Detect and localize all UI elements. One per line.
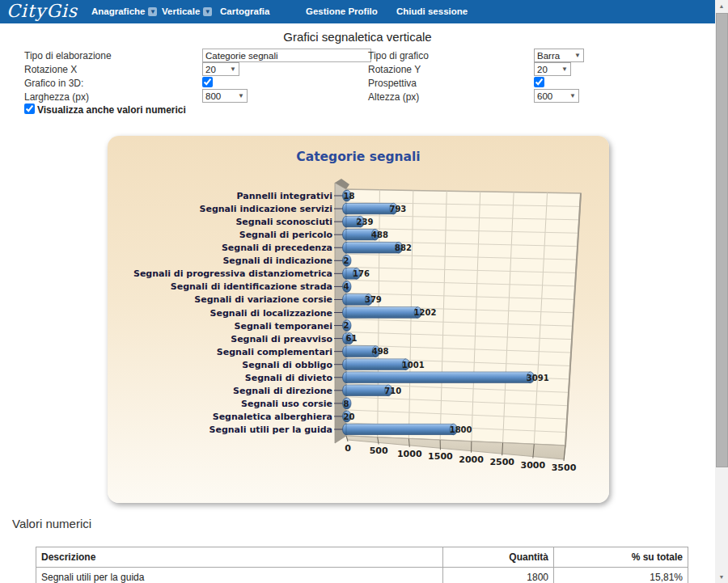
chevron-down-icon: ▼: [203, 7, 212, 16]
svg-text:498: 498: [372, 347, 389, 356]
larghezza-select[interactable]: 800 ▼: [202, 89, 248, 103]
scrollbar-thumb[interactable]: [716, 13, 728, 467]
rotazione-x-label: Rotazione X: [24, 64, 77, 75]
values-table: DescrizioneQuantità% su totale Segnali u…: [36, 547, 688, 583]
rotazione-y-select[interactable]: 20 ▼: [534, 62, 571, 76]
svg-text:Segnali uso corsie: Segnali uso corsie: [241, 399, 332, 409]
svg-text:1000: 1000: [397, 449, 422, 459]
table-cell: Segnali utili per la guida: [36, 568, 443, 583]
tipo-elaborazione-label: Tipo di elaborazione: [24, 50, 112, 61]
svg-text:18: 18: [344, 192, 355, 201]
menu-item-label: Chiudi sessione: [396, 6, 468, 16]
svg-text:Segnali di direzione: Segnali di direzione: [233, 386, 332, 396]
svg-text:3500: 3500: [552, 463, 577, 473]
svg-text:882: 882: [395, 243, 412, 252]
altezza-select[interactable]: 600 ▼: [534, 89, 579, 103]
grafico-3d-label: Grafico in 3D:: [24, 78, 83, 89]
page-scrollbar[interactable]: ▲ ▼: [715, 0, 728, 583]
svg-text:1800: 1800: [450, 425, 472, 434]
svg-text:710: 710: [384, 387, 401, 395]
svg-text:1202: 1202: [414, 308, 437, 317]
svg-text:Categorie segnali: Categorie segnali: [296, 150, 420, 164]
svg-text:Segnali di precedenza: Segnali di precedenza: [222, 243, 332, 253]
rotazione-y-value: 20: [537, 65, 548, 74]
svg-text:Segnali di obbligo: Segnali di obbligo: [242, 360, 332, 370]
visualizza-valori-checkbox[interactable]: [24, 104, 35, 114]
bar-chart-3d: 0500100015002000250030003500Pannelli int…: [108, 136, 609, 503]
svg-text:500: 500: [370, 446, 388, 456]
visualizza-valori-label: Visualizza anche valori numerici: [37, 104, 186, 116]
chevron-down-icon: ▼: [148, 7, 157, 16]
grafico-3d-checkbox[interactable]: [202, 77, 213, 87]
svg-text:2500: 2500: [489, 457, 514, 467]
prospettiva-checkbox[interactable]: [534, 77, 544, 87]
chart-panel: 0500100015002000250030003500Pannelli int…: [108, 136, 609, 503]
svg-text:Segnali di progressiva distanz: Segnali di progressiva distanziometrica: [133, 268, 332, 279]
tipo-elaborazione-input[interactable]: [202, 49, 371, 62]
svg-text:239: 239: [357, 218, 374, 226]
top-navbar: CityGis Anagrafiche▼Verticale▼Cartografi…: [0, 0, 715, 23]
svg-text:3091: 3091: [527, 374, 549, 382]
larghezza-label: Larghezza (px): [24, 91, 89, 103]
menu-item-gestione-profilo[interactable]: Gestione Profilo: [306, 0, 378, 23]
svg-text:0: 0: [345, 443, 351, 454]
svg-text:61: 61: [345, 334, 357, 343]
svg-text:2000: 2000: [459, 454, 484, 465]
column-header: Quantità: [443, 547, 554, 568]
chevron-down-icon: ▼: [574, 52, 581, 59]
menu-item-verticale[interactable]: Verticale▼: [162, 0, 212, 23]
svg-text:Segnali complementari: Segnali complementari: [217, 347, 332, 357]
menu-item-chiudi-sessione[interactable]: Chiudi sessione: [396, 0, 468, 23]
table-cell: 15,81%: [554, 568, 688, 583]
svg-text:Segnali di pericolo: Segnali di pericolo: [239, 230, 333, 240]
scroll-up-icon[interactable]: ▲: [715, 0, 728, 12]
svg-text:Segnali utili per la guida: Segnali utili per la guida: [210, 425, 333, 435]
svg-text:20: 20: [344, 412, 355, 421]
svg-text:Segnali indicazione servizi: Segnali indicazione servizi: [200, 204, 332, 214]
svg-text:Segnali di preavviso: Segnali di preavviso: [231, 334, 332, 344]
svg-text:1500: 1500: [428, 451, 453, 462]
menu-item-label: Verticale: [162, 6, 200, 16]
chevron-down-icon: ▼: [230, 65, 236, 73]
tipo-grafico-select[interactable]: Barra ▼: [534, 49, 584, 62]
svg-text:793: 793: [389, 205, 406, 213]
chevron-down-icon: ▼: [569, 92, 576, 99]
table-row: Segnali utili per la guida180015,81%: [36, 568, 688, 583]
svg-text:176: 176: [353, 269, 370, 278]
chevron-down-icon: ▼: [238, 92, 244, 99]
svg-text:Segnali di variazione corsie: Segnali di variazione corsie: [194, 294, 332, 305]
menu-item-label: Gestione Profilo: [306, 6, 378, 16]
svg-text:Segnali di indicazione: Segnali di indicazione: [222, 256, 332, 266]
svg-text:1001: 1001: [402, 361, 425, 370]
prospettiva-label: Prospettiva: [368, 78, 417, 89]
svg-text:379: 379: [365, 295, 382, 304]
table-cell: 1800: [443, 568, 554, 583]
tipo-grafico-label: Tipo di grafico: [368, 50, 429, 61]
svg-text:2: 2: [344, 256, 349, 265]
svg-text:Segnali di localizzazione: Segnali di localizzazione: [210, 308, 332, 319]
svg-text:488: 488: [371, 230, 388, 239]
menu-item-label: Cartografia: [220, 6, 269, 16]
values-table-header: DescrizioneQuantità% su totale: [36, 547, 688, 568]
tipo-grafico-value: Barra: [537, 51, 560, 61]
chevron-down-icon: ▼: [561, 65, 568, 73]
svg-text:3000: 3000: [521, 460, 546, 471]
rotazione-x-select[interactable]: 20 ▼: [202, 62, 239, 76]
page-title: Grafici segnaletica verticale: [0, 30, 715, 44]
svg-text:Segnali di identificazione str: Segnali di identificazione strada: [171, 281, 332, 292]
svg-text:Pannelli integrativi: Pannelli integrativi: [237, 191, 332, 201]
svg-text:Segnali di divieto: Segnali di divieto: [245, 373, 333, 383]
altezza-value: 600: [537, 91, 552, 101]
svg-text:4: 4: [344, 282, 349, 291]
rotazione-x-value: 20: [205, 65, 216, 74]
svg-text:Segnaletica alberghiera: Segnaletica alberghiera: [213, 412, 332, 422]
menu-item-cartografia[interactable]: Cartografia: [220, 0, 269, 23]
menu-item-anagrafiche[interactable]: Anagrafiche▼: [91, 0, 157, 23]
rotazione-y-label: Rotazione Y: [368, 64, 421, 75]
values-section-heading: Valori numerici: [12, 517, 91, 530]
app-logo[interactable]: CityGis: [6, 1, 78, 21]
svg-text:8: 8: [344, 399, 349, 408]
svg-text:Segnali temporanei: Segnali temporanei: [235, 321, 332, 332]
scroll-down-icon[interactable]: ▼: [715, 571, 728, 583]
menu-item-label: Anagrafiche: [91, 6, 145, 16]
